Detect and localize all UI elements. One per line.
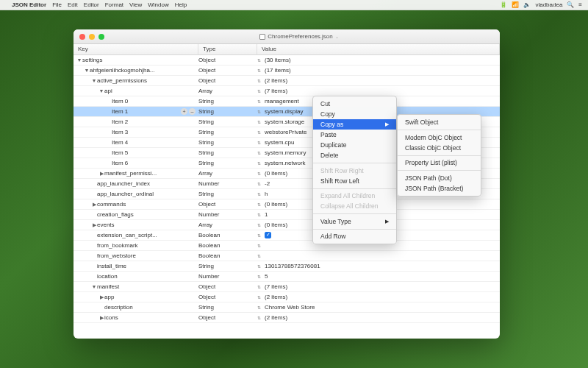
title-dropdown-icon[interactable]: ⌄ [335, 34, 339, 39]
value-stepper-icon[interactable]: ⇅ [257, 284, 261, 289]
menu-item-swift-object[interactable]: Swift Object [398, 117, 481, 127]
user-label[interactable]: vladbadea [535, 1, 562, 8]
menu-help[interactable]: Help [175, 1, 187, 8]
menu-item-shift-row-left[interactable]: Shift Row Left [313, 176, 396, 186]
value-stepper-icon[interactable]: ⇅ [257, 140, 261, 145]
disclosure-triangle-icon[interactable]: ▼ [98, 88, 104, 93]
tree-row[interactable]: Item 0String⇅management [74, 96, 500, 107]
value-stepper-icon[interactable]: ⇅ [257, 119, 261, 124]
value-stepper-icon[interactable]: ⇅ [257, 233, 261, 238]
menu-item-label: JSON Path (Dot) [405, 174, 452, 182]
disclosure-triangle-icon[interactable]: ▼ [91, 78, 97, 83]
tree-row[interactable]: ▶iconsObject⇅(2 items) [74, 313, 500, 323]
add-row-button[interactable]: + [181, 108, 187, 115]
tree-row[interactable]: ▼active_permissionsObject⇅(2 items) [74, 76, 500, 86]
disclosure-triangle-icon[interactable]: ▶ [98, 315, 104, 321]
tree-row[interactable]: from_bookmarkBoolean⇅ [74, 241, 500, 251]
value-stepper-icon[interactable]: ⇅ [257, 160, 261, 166]
tree-row[interactable]: descriptionString⇅Chrome Web Store [74, 302, 500, 313]
value-stepper-icon[interactable]: ⇅ [257, 202, 261, 207]
menu-item-value-type[interactable]: Value Type▶ [313, 216, 396, 227]
window-titlebar[interactable]: ChromePreferences.json ⌄ [74, 29, 500, 44]
menu-item-collapse-all-children: Collapse All Children [313, 201, 396, 211]
menu-item-property-list-plist-[interactable]: Property List (plist) [398, 158, 481, 168]
zoom-button[interactable] [98, 34, 104, 40]
disclosure-triangle-icon[interactable]: ▶ [98, 171, 104, 177]
boolean-checkbox[interactable] [265, 232, 271, 238]
value-stepper-icon[interactable]: ⇅ [257, 243, 261, 248]
value-stepper-icon[interactable]: ⇅ [257, 130, 261, 135]
menu-item-copy[interactable]: Copy [313, 109, 396, 119]
battery-icon[interactable]: 🔋 [500, 1, 507, 8]
menu-item-copy-as[interactable]: Copy as▶ [313, 119, 396, 130]
tree-row[interactable]: ▼manifestObject⇅(7 items) [74, 282, 500, 292]
row-key: api [104, 88, 112, 94]
disclosure-triangle-icon[interactable]: ▶ [91, 222, 97, 228]
tree-row[interactable]: ▼ahfgeienlihckogmohjha...Object⇅(17 item… [74, 66, 500, 76]
tree-row[interactable]: install_timeString⇅13013788572376081 [74, 261, 500, 272]
tree-row[interactable]: locationNumber⇅5 [74, 272, 500, 282]
value-stepper-icon[interactable]: ⇅ [257, 109, 261, 114]
value-stepper-icon[interactable]: ⇅ [257, 212, 261, 217]
app-name[interactable]: JSON Editor [12, 1, 46, 8]
value-stepper-icon[interactable]: ⇅ [257, 222, 261, 227]
value-stepper-icon[interactable]: ⇅ [257, 88, 261, 93]
menu-format[interactable]: Format [105, 1, 123, 8]
menu-item-modern-objc-object[interactable]: Modern ObjC Object [398, 132, 481, 143]
tree-row[interactable]: ▶appObject⇅(2 items) [74, 292, 500, 302]
row-value: (30 items) [265, 57, 291, 63]
value-stepper-icon[interactable]: ⇅ [257, 305, 261, 310]
value-stepper-icon[interactable]: ⇅ [257, 253, 261, 258]
menu-editor[interactable]: Editor [84, 1, 99, 8]
menu-extras-icon[interactable]: ≡ [578, 1, 582, 8]
menu-view[interactable]: View [129, 1, 142, 8]
menu-item-json-path-dot-[interactable]: JSON Path (Dot) [398, 173, 481, 183]
column-type[interactable]: Type [198, 44, 257, 54]
context-menu[interactable]: CutCopyCopy as▶PasteDuplicateDeleteShift… [312, 96, 397, 244]
remove-row-button[interactable]: – [189, 108, 196, 115]
value-stepper-icon[interactable]: ⇅ [257, 181, 261, 186]
value-stepper-icon[interactable]: ⇅ [257, 315, 261, 320]
menu-edit[interactable]: Edit [68, 1, 78, 8]
menu-file[interactable]: File [52, 1, 62, 8]
disclosure-triangle-icon[interactable]: ▼ [76, 57, 82, 63]
menu-item-duplicate[interactable]: Duplicate [313, 140, 396, 150]
value-stepper-icon[interactable]: ⇅ [257, 99, 261, 104]
volume-icon[interactable]: 🔈 [523, 1, 531, 8]
tree-row[interactable]: ▼apiArray⇅(7 items) [74, 86, 500, 96]
column-key[interactable]: Key [74, 44, 198, 54]
value-stepper-icon[interactable]: ⇅ [257, 68, 261, 73]
value-stepper-icon[interactable]: ⇅ [257, 294, 261, 300]
tree-view[interactable]: ▼settingsObject⇅(30 items)▼ahfgeienlihck… [74, 55, 500, 339]
tree-row[interactable]: ▶commandsObject⇅(0 items) [74, 199, 500, 210]
close-button[interactable] [79, 34, 85, 40]
tree-row[interactable]: creation_flagsNumber⇅1 [74, 210, 500, 220]
tree-row[interactable]: from_webstoreBoolean⇅ [74, 251, 500, 261]
value-stepper-icon[interactable]: ⇅ [257, 78, 261, 83]
spotlight-icon[interactable]: 🔍 [567, 1, 574, 8]
tree-row[interactable]: ▶eventsArray⇅(0 items) [74, 220, 500, 230]
menu-window[interactable]: Window [148, 1, 168, 8]
wifi-icon[interactable]: 📶 [512, 1, 519, 8]
menu-item-add-row[interactable]: Add Row [313, 231, 396, 241]
menu-item-paste[interactable]: Paste [313, 130, 396, 140]
context-submenu-copy-as[interactable]: Swift ObjectModern ObjC ObjectClassic Ob… [397, 114, 481, 197]
tree-row[interactable]: extension_can_script...Boolean⇅ [74, 230, 500, 241]
menu-item-json-path-bracket-[interactable]: JSON Path (Bracket) [398, 183, 481, 194]
value-stepper-icon[interactable]: ⇅ [257, 57, 261, 63]
value-stepper-icon[interactable]: ⇅ [257, 274, 261, 279]
value-stepper-icon[interactable]: ⇅ [257, 171, 261, 176]
menu-item-cut[interactable]: Cut [313, 99, 396, 109]
value-stepper-icon[interactable]: ⇅ [257, 150, 261, 155]
disclosure-triangle-icon[interactable]: ▼ [84, 68, 90, 73]
tree-row[interactable]: ▼settingsObject⇅(30 items) [74, 55, 500, 66]
disclosure-triangle-icon[interactable]: ▶ [91, 202, 97, 208]
value-stepper-icon[interactable]: ⇅ [257, 263, 261, 269]
menu-item-classic-objc-object[interactable]: Classic ObjC Object [398, 143, 481, 153]
disclosure-triangle-icon[interactable]: ▶ [98, 294, 104, 300]
column-value[interactable]: Value [257, 44, 500, 54]
menu-item-delete[interactable]: Delete [313, 150, 396, 160]
disclosure-triangle-icon[interactable]: ▼ [91, 284, 97, 289]
value-stepper-icon[interactable]: ⇅ [257, 191, 261, 197]
minimize-button[interactable] [89, 34, 95, 40]
